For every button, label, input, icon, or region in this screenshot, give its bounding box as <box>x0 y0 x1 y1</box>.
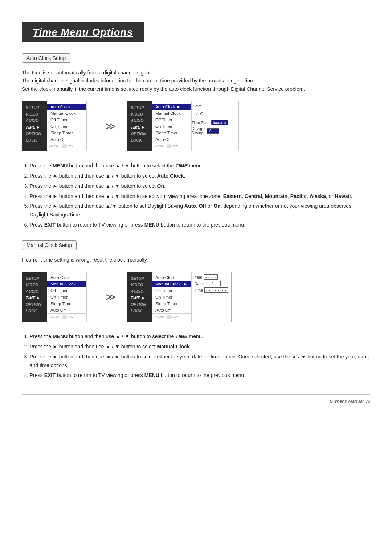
auto-clock-desc-line2: The digital channel signal includes info… <box>22 78 254 84</box>
eastern-link: Eastern <box>223 193 242 199</box>
mr-menu-manual-clock: Manual Clock ► <box>152 281 191 287</box>
mountain-link: Mountain <box>265 193 287 199</box>
r-sidebar-time: TIME ► <box>127 124 152 130</box>
pacific-link: Pacific <box>290 193 307 199</box>
menu-btn-1: MENU <box>53 163 68 169</box>
manual-clock-section: Manual Clock Setup If current time setti… <box>22 240 370 380</box>
bottom-divider <box>22 394 370 395</box>
tv-menu-left: SETUP VIDEO AUDIO TIME ► OPTION LOCK Aut… <box>22 101 94 151</box>
ml-sidebar-lock: LOCK <box>22 308 47 314</box>
daylight-label: DaylightSaving <box>192 126 205 135</box>
ml-menu-auto-off: Auto Off <box>47 307 86 313</box>
r-sidebar-option: OPTION <box>127 130 152 137</box>
arrow-forward-1: ≫ <box>105 120 116 132</box>
tv-items-manual-left: Auto Clock Manual Clock Off Timer On Tim… <box>47 272 87 322</box>
mr-menu-auto-off: Auto Off <box>152 307 191 313</box>
hawaii-link: Hawaii <box>335 193 351 199</box>
auto-clock-link: Auto Clock <box>157 173 184 179</box>
auto-instr-3: Press the ► button and then use ▲ / ▼ bu… <box>30 182 370 191</box>
menu-footer-manual-right: ⬦Move ⬜ Prev <box>152 313 191 320</box>
manual-clock-diagrams: SETUP VIDEO AUDIO TIME ► OPTION LOCK Aut… <box>22 272 370 322</box>
auto-clock-menu-right: SETUP VIDEO AUDIO TIME ► OPTION LOCK Aut… <box>127 101 239 151</box>
menu-footer-left: ⬦Move ⬜ Prev <box>47 143 86 149</box>
menu-footer-right-auto: ⬦Move ⬜ Prev <box>152 143 191 149</box>
auto-clock-label: Auto Clock Setup <box>22 53 70 63</box>
sidebar-video: VIDEO <box>22 111 47 117</box>
r-menu-auto-off: Auto Off <box>152 136 191 143</box>
r-sidebar-lock: LOCK <box>127 137 152 143</box>
manual-instr-1: Press the MENU button and then use ▲ / ▼… <box>30 332 370 341</box>
auto-instr-1: Press the MENU button and then use ▲ / ▼… <box>30 162 370 170</box>
manual-clock-description: If current time setting is wrong, reset … <box>22 256 370 264</box>
ml-sidebar-video: VIDEO <box>22 281 47 288</box>
menu-off-timer: Off Timer <box>47 117 86 123</box>
r-menu-sleep-timer: Sleep Timer <box>152 130 191 136</box>
menu-sleep-timer: Sleep Timer <box>47 130 86 136</box>
time-input: - - : - - - - <box>204 287 228 293</box>
m-menu-btn-2: MENU <box>144 372 159 378</box>
manual-clock-label: Manual Clock Setup <box>22 240 77 250</box>
timezone-value: Eastern <box>211 120 228 125</box>
mr-sidebar-video: VIDEO <box>127 281 152 288</box>
page-footer: Owner's Manual 35 <box>22 398 370 404</box>
tv-menu-manual-left: SETUP VIDEO AUDIO TIME ► OPTION LOCK Aut… <box>22 272 94 322</box>
r-sidebar-video: VIDEO <box>127 111 152 117</box>
timezone-label: Time Zone <box>192 121 210 125</box>
daylight-option-row: DaylightSaving Auto <box>192 126 238 135</box>
auto-instr-6: Press EXIT button to return to TV viewin… <box>30 221 370 230</box>
ml-menu-manual-clock: Manual Clock <box>47 281 86 287</box>
ml-sidebar-time: TIME ► <box>22 295 47 301</box>
top-divider <box>22 11 370 11</box>
r-sidebar-setup: SETUP <box>127 104 152 111</box>
tv-items-manual-right: Auto Clock Manual Clock ► Off Timer On T… <box>152 272 192 322</box>
central-link: Central <box>245 193 262 199</box>
mr-sidebar-audio: AUDIO <box>127 288 152 295</box>
auto-clock-instructions: Press the MENU button and then use ▲ / ▼… <box>22 162 370 230</box>
ml-menu-off-timer: Off Timer <box>47 287 86 294</box>
date-input: - - / - - <box>204 281 221 286</box>
menu-footer-manual-left: ⬦Move ⬜ Prev <box>47 313 86 320</box>
mr-sidebar-time: TIME ► <box>127 295 152 301</box>
tv-menu-right-auto: SETUP VIDEO AUDIO TIME ► OPTION LOCK Aut… <box>127 101 239 151</box>
time-label-1: TIME <box>175 163 187 169</box>
tv-sidebar-manual-left: SETUP VIDEO AUDIO TIME ► OPTION LOCK <box>22 272 47 322</box>
manual-clock-link: Manual Clock <box>157 344 190 349</box>
auto-instr-2: Press the ► button and then use ▲ / ▼ bu… <box>30 172 370 181</box>
auto-clock-description: The time is set automatically from a dig… <box>22 69 370 93</box>
year-label: Year <box>195 275 202 279</box>
tv-sidebar-left: SETUP VIDEO AUDIO TIME ► OPTION LOCK <box>22 101 47 151</box>
auto-submenu: Off On Time Zone Eastern DaylightSaving … <box>192 101 239 151</box>
manual-clock-desc: If current time setting is wrong, reset … <box>22 257 148 263</box>
r-sidebar-audio: AUDIO <box>127 117 152 124</box>
auto-instr-4: Press the ► button and then use ▲ / ▼ bu… <box>30 192 370 201</box>
ml-menu-on-timer: On Timer <box>47 294 86 300</box>
tv-sidebar-right-auto: SETUP VIDEO AUDIO TIME ► OPTION LOCK <box>127 101 152 151</box>
manual-instr-4: Press EXIT button to return to TV viewin… <box>30 371 370 380</box>
m-exit-btn: EXIT <box>44 372 56 378</box>
sub-on: On <box>192 110 238 117</box>
time-row: Time - - : - - - - <box>195 287 228 293</box>
m-menu-btn-1: MENU <box>53 333 68 339</box>
auto-clock-diagrams: SETUP VIDEO AUDIO TIME ► OPTION LOCK Aut… <box>22 101 370 151</box>
manual-clock-instructions: Press the MENU button and then use ▲ / ▼… <box>22 332 370 380</box>
ds-auto: Auto <box>184 203 196 209</box>
ds-on: On <box>213 203 220 209</box>
sidebar-setup: SETUP <box>22 104 47 111</box>
menu-btn-2: MENU <box>144 222 159 228</box>
auto-clock-desc-line1: The time is set automatically from a dig… <box>22 70 152 76</box>
mr-menu-sleep-timer: Sleep Timer <box>152 300 191 307</box>
manual-clock-menu-right: SETUP VIDEO AUDIO TIME ► OPTION LOCK Aut… <box>127 272 232 322</box>
year-row: Year - - - - <box>195 274 228 280</box>
auto-clock-section: Auto Clock Setup The time is set automat… <box>22 53 370 230</box>
r-menu-off-timer: Off Timer <box>152 117 191 123</box>
manual-instr-2: Press the ► button and then use ▲ / ▼ bu… <box>30 343 370 351</box>
year-input: - - - - <box>204 274 218 280</box>
daylight-value: Auto <box>207 128 219 134</box>
sidebar-audio: AUDIO <box>22 117 47 124</box>
menu-manual-clock: Manual Clock <box>47 110 86 117</box>
sidebar-time: TIME ► <box>22 124 47 130</box>
date-label: Date <box>195 281 203 286</box>
tv-items-left: Auto Clock Manual Clock Off Timer On Tim… <box>47 101 87 151</box>
sidebar-lock: LOCK <box>22 137 47 143</box>
sub-timezone-row: Time Zone Eastern DaylightSaving Auto <box>192 118 238 137</box>
